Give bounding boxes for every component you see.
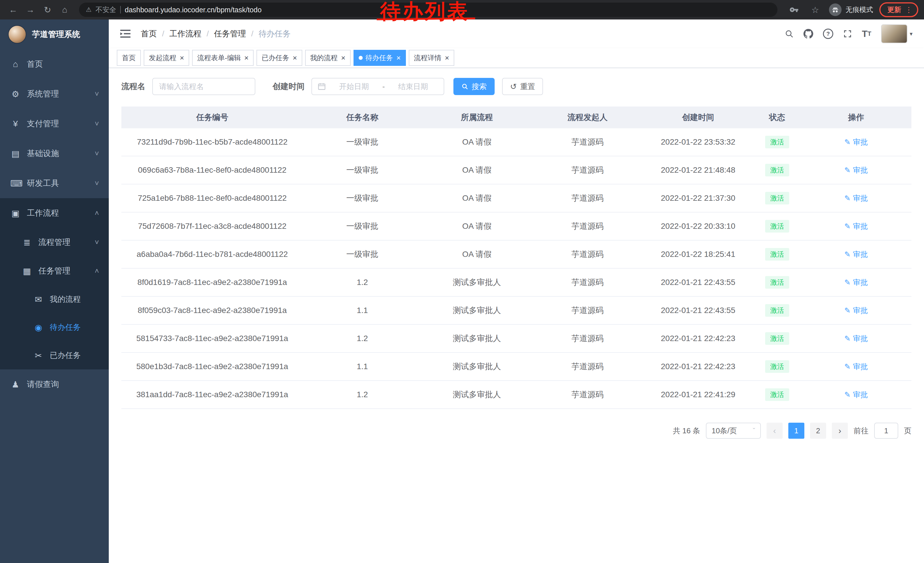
incognito-badge: 无痕模式 [829,3,873,16]
tab-close-icon[interactable]: × [341,54,345,62]
sidebar-item-todo-tasks[interactable]: ◉待办任务 [0,313,109,341]
tab-4[interactable]: 我的流程× [305,50,351,66]
sidebar-menu: ⌂首页⚙系统管理˅¥支付管理˅▤基础设施˅⌨研发工具˅▣工作流程˄≣流程管理˅▦… [0,49,109,399]
avatar[interactable] [881,24,908,43]
tab-close-icon[interactable]: × [396,54,401,62]
sidebar-item-process-mgmt[interactable]: ≣流程管理˅ [0,228,109,257]
browser-home-icon[interactable]: ⌂ [57,2,72,17]
refresh-icon: ↺ [510,82,517,92]
chevron-down-icon: ˇ [753,427,755,435]
approve-link[interactable]: ✎审批 [844,249,868,260]
page-1-button[interactable]: 1 [788,423,804,439]
sidebar-item-infra[interactable]: ▤基础设施˅ [0,139,109,168]
sidebar-fold-icon[interactable] [120,29,130,38]
total-count: 共 16 条 [673,426,700,436]
approve-link[interactable]: ✎审批 [844,193,868,203]
tab-0[interactable]: 首页 [117,50,141,66]
cell-initiator: 芋道源码 [532,325,643,352]
status-badge: 激活 [765,164,789,176]
navbar: 首页/工作流程/任务管理/待办任务 ? TT ▾ [109,20,924,48]
annotation-text: 待办列表 [380,0,470,23]
cell-initiator: 芋道源码 [532,269,643,296]
search-icon[interactable] [784,29,794,38]
goto-page-input[interactable] [874,423,898,439]
cell-task-id: 725a1eb6-7b88-11ec-8ef0-acde48001122 [122,185,303,212]
fullscreen-icon[interactable] [843,29,852,38]
prev-page-button[interactable]: ‹ [766,423,783,439]
tab-3[interactable]: 已办任务× [256,50,302,66]
page-2-button[interactable]: 2 [810,423,826,439]
tab-close-icon[interactable]: × [244,54,249,62]
breadcrumb-item-2[interactable]: 任务管理 [214,29,246,39]
column-header-3: 流程发起人 [532,107,643,128]
reload-icon[interactable]: ↻ [40,2,55,17]
sidebar-item-done-tasks[interactable]: ✂已办任务 [0,341,109,369]
tab-close-icon[interactable]: × [180,54,184,62]
cell-created-time: 2022-01-21 22:43:55 [643,269,753,296]
sidebar-item-my-process[interactable]: ✉我的流程 [0,285,109,313]
sidebar-item-label: 首页 [27,59,43,70]
breadcrumb-item-1[interactable]: 工作流程 [170,29,201,39]
tab-5[interactable]: 待办任务× [354,50,406,66]
tab-label: 发起流程 [149,53,176,62]
page-size-select[interactable]: 10条/页 ˇ [706,423,761,439]
tab-1[interactable]: 发起流程× [144,50,189,66]
help-icon[interactable]: ? [823,29,833,39]
update-button[interactable]: 更新 ⋮ [879,2,918,17]
breadcrumb-separator: / [251,29,254,38]
sidebar-item-system[interactable]: ⚙系统管理˅ [0,79,109,109]
cell-initiator: 芋道源码 [532,213,643,240]
chevron-down-icon: ˅ [95,90,99,99]
sidebar-item-label: 工作流程 [27,208,59,219]
sidebar-item-payment[interactable]: ¥支付管理˅ [0,109,109,139]
font-size-icon[interactable]: TT [862,29,872,38]
back-icon[interactable]: ← [6,2,21,17]
date-range-picker[interactable]: 开始日期 - 结束日期 [311,78,444,95]
start-date-placeholder: 开始日期 [329,82,379,92]
next-page-button[interactable]: › [832,423,848,439]
tab-close-icon[interactable]: × [292,54,297,62]
breadcrumb-item-0[interactable]: 首页 [141,29,157,39]
bookmark-star-icon[interactable]: ☆ [808,2,823,17]
process-name-label: 流程名 [122,81,146,92]
tab-2[interactable]: 流程表单-编辑× [192,50,254,66]
column-header-1: 任务名称 [303,107,422,128]
cell-task-id: a6aba0a4-7b6d-11ec-b781-acde48001122 [122,240,303,268]
github-icon[interactable] [804,29,813,39]
table-row: 8f059c03-7ac8-11ec-a9e2-a2380e71991a1.1测… [122,297,911,325]
sidebar-item-task-mgmt[interactable]: ▦任务管理˄ [0,257,109,285]
tab-close-icon[interactable]: × [445,54,449,62]
cell-task-name: 1.2 [303,325,422,352]
pagination: 共 16 条 10条/页 ˇ ‹ 12 › 前往 页 [122,423,911,439]
app-window: 芋道管理系统 ⌂首页⚙系统管理˅¥支付管理˅▤基础设施˅⌨研发工具˅▣工作流程˄… [0,20,924,563]
sidebar-item-label: 已办任务 [50,350,81,360]
menu-dots-icon[interactable]: ⋮ [905,6,912,14]
user-menu[interactable]: ▾ [881,24,912,43]
reset-button-label: 重置 [520,82,535,92]
tab-6[interactable]: 流程详情× [409,50,454,66]
sidebar-item-devtools[interactable]: ⌨研发工具˅ [0,168,109,198]
cell-actions: ✎审批 [801,325,911,352]
sidebar-item-leave-query[interactable]: ♟请假查询 [0,369,109,399]
approve-link[interactable]: ✎审批 [844,390,868,400]
approve-link[interactable]: ✎审批 [844,306,868,315]
task-mgmt-icon: ▦ [22,266,32,276]
forward-icon[interactable]: → [23,2,38,17]
key-icon[interactable] [787,2,801,17]
column-header-4: 创建时间 [643,107,753,128]
reset-button[interactable]: ↺ 重置 [502,78,543,95]
approve-link[interactable]: ✎审批 [844,137,868,147]
sidebar-item-workflow[interactable]: ▣工作流程˄ [0,198,109,228]
tab-label: 流程表单-编辑 [197,53,241,62]
approve-link[interactable]: ✎审批 [844,165,868,175]
column-header-5: 状态 [753,107,801,128]
approve-link[interactable]: ✎审批 [844,221,868,231]
cell-created-time: 2022-01-22 21:37:30 [643,185,753,212]
sidebar-item-home[interactable]: ⌂首页 [0,49,109,79]
column-header-6: 操作 [801,107,911,128]
search-button[interactable]: 搜索 [453,78,495,95]
approve-link[interactable]: ✎审批 [844,278,868,288]
process-name-input[interactable] [152,78,255,95]
approve-link[interactable]: ✎审批 [844,333,868,344]
approve-link[interactable]: ✎审批 [844,362,868,372]
